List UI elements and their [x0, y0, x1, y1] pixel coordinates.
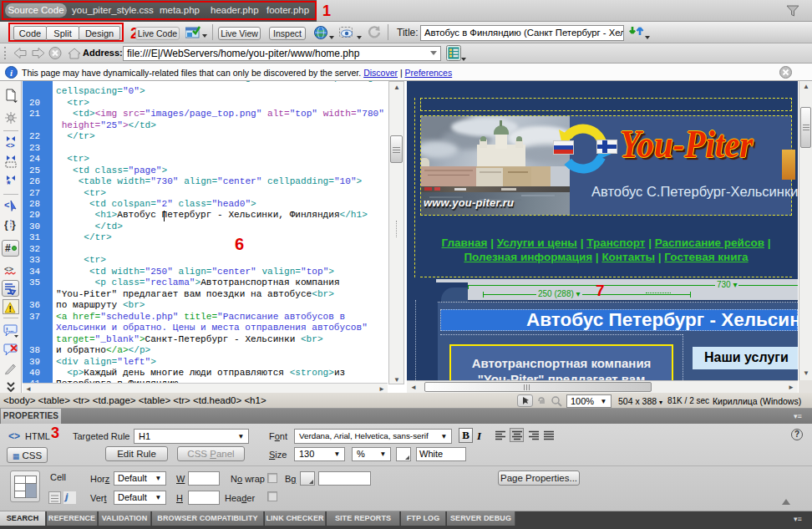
svg-text:!...: !... [6, 326, 13, 333]
svg-text:<: < [4, 200, 9, 210]
svg-text:}: } [12, 219, 16, 231]
svg-text:<>: <> [6, 141, 15, 150]
svg-text:<>: <> [4, 264, 14, 273]
svg-text:{: { [4, 219, 8, 231]
svg-text:*: * [7, 179, 11, 189]
